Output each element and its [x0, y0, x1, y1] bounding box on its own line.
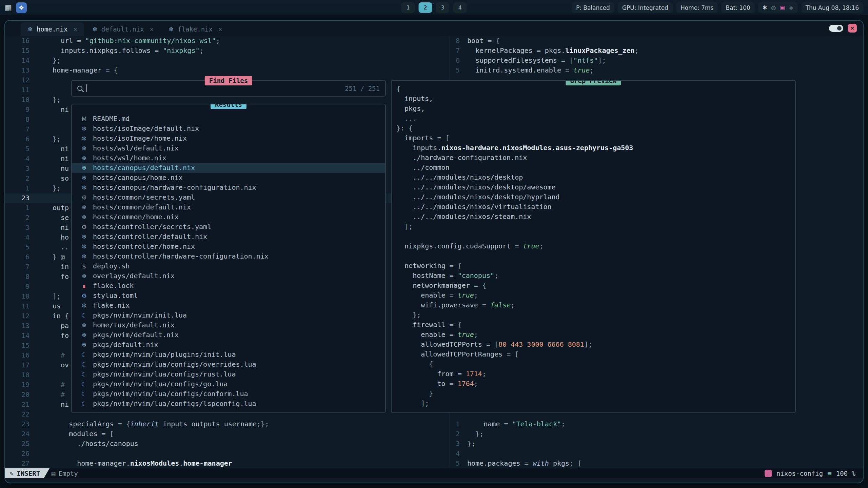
result-item[interactable]: ⚙hosts/controller/secrets.yaml [72, 222, 385, 232]
preview-title: Grep Preview [566, 80, 621, 85]
clock-module[interactable]: Thu Aug 08, 18:16 [801, 2, 863, 13]
result-label: overlays/default.nix [93, 271, 175, 281]
preview-line: hostName = "canopus"; [396, 271, 795, 281]
result-item[interactable]: ❄hosts/controller/home.nix [72, 242, 385, 251]
nix-icon: ❄ [80, 173, 88, 183]
preview-line: { [396, 84, 795, 94]
result-item[interactable]: ❄hosts/common/home.nix [72, 212, 385, 222]
result-label: pkgs/default.nix [93, 340, 158, 350]
preview-line: inputs, [396, 94, 795, 104]
result-item[interactable]: ❄hosts/common/default.nix [72, 202, 385, 212]
preview-line: ../../modules/nixos/steam.nix [396, 212, 795, 222]
result-item[interactable]: ❄hosts/canopus/default.nix [72, 163, 385, 173]
pencil-icon: ✎ [10, 470, 14, 477]
window-controls: × [829, 24, 857, 33]
launcher-icon[interactable]: ❖ [16, 2, 27, 13]
result-label: pkgs/nvim/nvim/init.lua [93, 310, 187, 320]
system-tray[interactable]: ✱◎▣◆ [758, 2, 798, 13]
status-line: ✎ INSERT ▤ Empty nixos-config ≡ 100 % [5, 468, 863, 478]
result-item[interactable]: ☾pkgs/nvim/nvim/init.lua [72, 310, 385, 320]
result-item[interactable]: ❄pkgs/nvim/default.nix [72, 330, 385, 340]
result-item[interactable]: ❄hosts/isoImage/default.nix [72, 124, 385, 134]
wifi-icon[interactable]: ✱ [763, 4, 767, 11]
code-line: 6 supportedFilesystems = ["ntfs"]; [450, 56, 863, 65]
result-item[interactable]: ❄hosts/controller/hardware-configuration… [72, 251, 385, 261]
preview-line: { [396, 359, 795, 369]
result-item[interactable]: ❄pkgs/default.nix [72, 340, 385, 350]
results-popup: Results MREADME.md❄hosts/isoImage/defaul… [71, 104, 386, 413]
result-item[interactable]: ❄flake.nix [72, 301, 385, 310]
find-files-title: Find Files [205, 76, 252, 85]
tab-home.nix[interactable]: ❄home.nix× [21, 22, 84, 36]
preview-line: }; [396, 310, 795, 320]
preview-line: ../../modules/nixos/virtualisation [396, 202, 795, 212]
workspace-button-2[interactable]: 2 [419, 2, 432, 13]
result-label: hosts/canopus/home.nix [93, 173, 183, 183]
gpu-module[interactable]: GPU: Integrated [618, 2, 673, 13]
result-item[interactable]: ❄hosts/canopus/hardware-configuration.ni… [72, 183, 385, 192]
result-item[interactable]: ❄hosts/isoImage/home.nix [72, 134, 385, 143]
tab-close-icon[interactable]: × [150, 25, 154, 33]
workspace-button-1[interactable]: 1 [401, 2, 415, 13]
home-latency-module[interactable]: Home: 7ms [676, 2, 718, 13]
workspace-button-4[interactable]: 4 [453, 2, 467, 13]
preview-line: ../../modules/nixos/desktop/awesome [396, 182, 795, 192]
result-item[interactable]: ☾pkgs/nvim/nvim/lua/configs/conform.lua [72, 389, 385, 399]
preview-line: ... [396, 114, 795, 123]
nix-icon: ❄ [80, 212, 88, 222]
result-item[interactable]: ☾pkgs/nvim/nvim/lua/configs/go.lua [72, 379, 385, 389]
color-app-icon[interactable]: ▣ [780, 4, 785, 11]
code-line: 13home-manager = { [5, 65, 450, 75]
result-item[interactable]: ☾pkgs/nvim/nvim/lua/plugins/init.lua [72, 350, 385, 360]
result-item[interactable]: ❄hosts/wsl/default.nix [72, 143, 385, 153]
preview-line [396, 231, 795, 241]
result-label: hosts/canopus/default.nix [93, 163, 195, 173]
window-close-button[interactable]: × [848, 24, 857, 33]
result-item[interactable]: ⚙hosts/common/secrets.yaml [72, 192, 385, 202]
result-item[interactable]: ❄hosts/wsl/home.nix [72, 153, 385, 163]
result-item[interactable]: ❄overlays/default.nix [72, 271, 385, 281]
find-files-popup: Find Files 251 / 251 [71, 80, 386, 97]
apps-grid-icon[interactable]: ▦ [5, 3, 12, 12]
scroll-percent: 100 % [836, 470, 855, 477]
result-label: pkgs/nvim/nvim/lua/configs/go.lua [93, 379, 228, 389]
buffer-label: Empty [59, 470, 78, 477]
preview-line: }: { [396, 123, 795, 133]
preview-line: pkgs, [396, 104, 795, 114]
notifications-icon[interactable]: ◎ [771, 4, 776, 11]
result-item[interactable]: ❄hosts/controller/default.nix [72, 232, 385, 242]
result-item[interactable]: ☾pkgs/nvim/nvim/lua/configs/rust.lua [72, 369, 385, 379]
result-label: hosts/common/secrets.yaml [93, 192, 195, 202]
tray-app-icon[interactable]: ◆ [789, 4, 793, 11]
workspace-button-3[interactable]: 3 [436, 2, 450, 13]
mode-indicator: ✎ INSERT [5, 468, 50, 478]
lock-icon: ∎ [80, 281, 88, 291]
tab-close-icon[interactable]: × [218, 25, 222, 33]
results-list: MREADME.md❄hosts/isoImage/default.nix❄ho… [72, 114, 385, 409]
nix-icon: ❄ [80, 271, 88, 281]
result-label: pkgs/nvim/default.nix [93, 330, 179, 340]
result-item[interactable]: ❄hosts/canopus/home.nix [72, 173, 385, 183]
result-item[interactable]: MREADME.md [72, 114, 385, 124]
tab-flake.nix[interactable]: ❄flake.nix× [162, 22, 229, 36]
result-item[interactable]: ❄home/tux/default.nix [72, 320, 385, 330]
power-profile-module[interactable]: P: Balanced [572, 2, 614, 13]
code-line: 3}; [450, 439, 863, 449]
tab-close-icon[interactable]: × [73, 25, 77, 33]
search-input[interactable] [86, 84, 87, 92]
main-window: ❄home.nix×❄default.nix×❄flake.nix× × 16 … [4, 20, 864, 483]
result-item[interactable]: ∎flake.lock [72, 281, 385, 291]
topbar-left: ▦❖ [5, 2, 27, 13]
result-item[interactable]: $deploy.sh [72, 261, 385, 271]
result-label: hosts/wsl/home.nix [93, 153, 166, 163]
preview-line: ../common [396, 163, 795, 172]
nix-icon: ❄ [80, 134, 88, 143]
zen-toggle[interactable] [829, 25, 843, 32]
tab-default.nix[interactable]: ❄default.nix× [85, 22, 160, 36]
battery-module[interactable]: Bat: 100 [721, 2, 754, 13]
result-item[interactable]: ☾pkgs/nvim/nvim/lua/configs/lspconfig.lu… [72, 399, 385, 409]
result-label: README.md [93, 114, 130, 124]
preview-line: inputs.nixos-hardware.nixosModules.asus-… [396, 143, 795, 153]
result-item[interactable]: ⚙stylua.toml [72, 291, 385, 301]
result-item[interactable]: ☾pkgs/nvim/nvim/lua/configs/overrides.lu… [72, 360, 385, 369]
